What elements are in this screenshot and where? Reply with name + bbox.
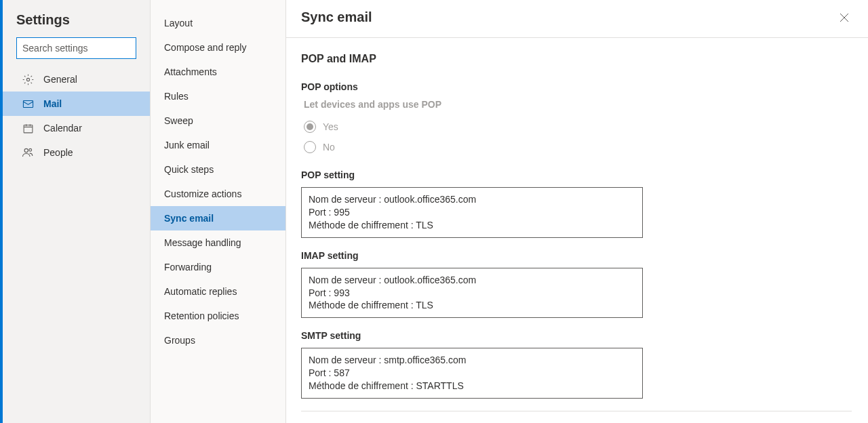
subnav-label: Sweep <box>164 115 193 126</box>
subnav-compose-and-reply[interactable]: Compose and reply <box>151 35 285 60</box>
main-panel: Sync email POP and IMAP POP options Let … <box>286 0 868 423</box>
close-button[interactable] <box>837 10 852 25</box>
radio-icon <box>304 121 316 133</box>
pop-encryption-line: Méthode de chiffrement : TLS <box>309 219 635 232</box>
imap-setting-block: IMAP setting Nom de serveur : outlook.of… <box>301 250 852 319</box>
subnav-label: Retention policies <box>164 310 239 321</box>
category-label: Calendar <box>43 123 82 134</box>
category-label: General <box>43 74 77 85</box>
page-title: Sync email <box>301 9 372 25</box>
subnav-label: Compose and reply <box>164 42 246 53</box>
smtp-port-line: Port : 587 <box>309 367 635 380</box>
pop-setting-box: Nom de serveur : outlook.office365.com P… <box>301 187 643 238</box>
mail-icon <box>22 98 34 110</box>
gear-icon <box>22 73 34 85</box>
svg-rect-1 <box>23 100 33 107</box>
pop-radio-yes[interactable]: Yes <box>301 117 852 137</box>
subnav-list: Layout Compose and reply Attachments Rul… <box>151 11 285 352</box>
category-calendar[interactable]: Calendar <box>3 116 150 140</box>
subnav-groups[interactable]: Groups <box>151 328 285 352</box>
smtp-setting-block: SMTP setting Nom de serveur : smtp.offic… <box>301 330 852 399</box>
pop-setting-block: POP setting Nom de serveur : outlook.off… <box>301 169 852 238</box>
calendar-icon <box>22 122 34 134</box>
smtp-setting-box: Nom de serveur : smtp.office365.com Port… <box>301 348 643 399</box>
category-general[interactable]: General <box>3 67 150 92</box>
radio-label: No <box>323 142 335 153</box>
category-people[interactable]: People <box>3 140 150 165</box>
pop-setting-label: POP setting <box>301 169 852 180</box>
subnav-automatic-replies[interactable]: Automatic replies <box>151 279 285 304</box>
subnav-label: Message handling <box>164 237 241 248</box>
subnav-label: Junk email <box>164 140 210 150</box>
radio-label: Yes <box>323 121 338 132</box>
smtp-setting-label: SMTP setting <box>301 330 852 341</box>
main-header: Sync email <box>286 0 868 38</box>
subnav-label: Customize actions <box>164 188 241 199</box>
imap-server-line: Nom de serveur : outlook.office365.com <box>309 274 635 287</box>
subnav-rules[interactable]: Rules <box>151 84 285 108</box>
pop-radio-no[interactable]: No <box>301 137 852 157</box>
settings-subnav: Layout Compose and reply Attachments Rul… <box>151 0 286 423</box>
svg-point-0 <box>26 78 29 81</box>
subnav-label: Automatic replies <box>164 286 237 297</box>
subnav-label: Layout <box>164 18 193 28</box>
imap-encryption-line: Méthode de chiffrement : TLS <box>309 299 635 312</box>
subnav-message-handling[interactable]: Message handling <box>151 230 285 255</box>
subnav-retention-policies[interactable]: Retention policies <box>151 304 285 328</box>
subnav-label: Quick steps <box>164 164 214 175</box>
svg-rect-2 <box>24 125 33 132</box>
pop-port-line: Port : 995 <box>309 206 635 219</box>
people-icon <box>22 146 34 159</box>
smtp-encryption-line: Méthode de chiffrement : STARTTLS <box>309 380 635 392</box>
close-icon <box>840 13 849 22</box>
imap-port-line: Port : 993 <box>309 287 635 300</box>
subnav-label: Sync email <box>164 213 214 224</box>
subnav-quick-steps[interactable]: Quick steps <box>151 157 285 182</box>
subnav-label: Attachments <box>164 66 217 77</box>
smtp-server-line: Nom de serveur : smtp.office365.com <box>309 354 635 367</box>
subnav-label: Forwarding <box>164 262 212 273</box>
category-label: Mail <box>43 98 62 109</box>
subnav-customize-actions[interactable]: Customize actions <box>151 182 285 206</box>
subnav-sync-email[interactable]: Sync email <box>151 206 285 230</box>
pop-options-sublabel: Let devices and apps use POP <box>301 99 852 110</box>
subnav-layout[interactable]: Layout <box>151 11 285 35</box>
main-body: POP and IMAP POP options Let devices and… <box>286 38 868 423</box>
subnav-forwarding[interactable]: Forwarding <box>151 255 285 279</box>
pop-server-line: Nom de serveur : outlook.office365.com <box>309 193 635 206</box>
svg-point-4 <box>29 148 32 151</box>
category-list: General Mail Calendar <box>3 66 150 165</box>
subnav-sweep[interactable]: Sweep <box>151 108 285 133</box>
svg-point-3 <box>24 148 28 152</box>
subnav-label: Rules <box>164 91 189 102</box>
section-heading: POP and IMAP <box>301 53 852 65</box>
settings-title: Settings <box>3 9 150 37</box>
category-label: People <box>43 147 73 158</box>
subnav-junk-email[interactable]: Junk email <box>151 133 285 157</box>
pop-options-block: POP options Let devices and apps use POP… <box>301 81 852 157</box>
subnav-attachments[interactable]: Attachments <box>151 60 285 84</box>
search-wrap <box>3 37 150 66</box>
category-mail[interactable]: Mail <box>3 92 150 116</box>
subnav-label: Groups <box>164 335 195 346</box>
section-divider <box>301 411 852 411</box>
settings-sidebar: Settings General Mail <box>3 0 151 423</box>
pop-options-label: POP options <box>301 81 852 92</box>
radio-icon <box>304 141 316 153</box>
imap-setting-box: Nom de serveur : outlook.office365.com P… <box>301 268 643 319</box>
imap-setting-label: IMAP setting <box>301 250 852 261</box>
search-input[interactable] <box>16 37 136 59</box>
